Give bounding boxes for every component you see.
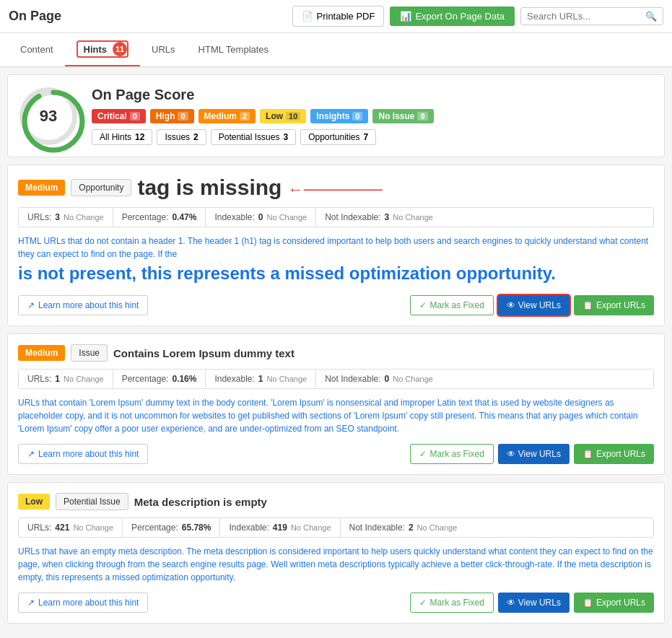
filter-all-hints[interactable]: All Hints 12 <box>92 129 152 145</box>
filter-potential-issues[interactable]: Potential Issues 3 <box>211 129 296 145</box>
type-badge-2: Potential Issue <box>56 493 128 510</box>
export-urls-icon: 📋 <box>582 449 593 459</box>
hint-card-1: Medium Issue Contains Lorem Ipsum dummy … <box>7 333 665 475</box>
hint-right-actions-2: ✓ Mark as Fixed 👁 View URLs 📋 Export URL… <box>410 593 654 613</box>
hints-container: Medium Opportunity tag is missing ←─────… <box>0 165 672 624</box>
external-link-icon: ↗ <box>27 449 35 459</box>
tab-content[interactable]: Content <box>9 33 65 66</box>
hint-title-1: Contains Lorem Ipsum dummy text <box>113 347 294 359</box>
hints-badge: 11 <box>113 42 127 56</box>
mark-fixed-button-2[interactable]: ✓ Mark as Fixed <box>410 593 493 613</box>
eye-icon: 👁 <box>507 449 515 459</box>
hint-stat-1-2: Indexable: 1 No Change <box>206 370 316 388</box>
hint-right-actions-0: ✓ Mark as Fixed 👁 View URLs 📋 Export URL… <box>410 295 654 315</box>
badge-low: Low 10 <box>260 109 306 123</box>
hint-stats-2: URLs: 421 No Change Percentage: 65.78% I… <box>18 517 654 538</box>
tab-hints[interactable]: Hints 11 <box>65 33 141 66</box>
hint-actions-2: ↗ Learn more about this hint ✓ Mark as F… <box>18 593 654 613</box>
hint-stat-2-0: URLs: 421 No Change <box>19 518 123 537</box>
learn-more-button-0[interactable]: ↗ Learn more about this hint <box>18 295 148 315</box>
printable-pdf-button[interactable]: 📄 Printable PDF <box>292 6 385 27</box>
hint-stats-1: URLs: 1 No Change Percentage: 0.16% Inde… <box>18 369 654 389</box>
tab-urls[interactable]: URLs <box>140 33 187 66</box>
hint-card-0: Medium Opportunity tag is missing ←─────… <box>7 165 665 326</box>
export-urls-icon: 📋 <box>582 598 593 608</box>
type-badge-0: Opportunity <box>71 179 131 196</box>
search-icon: 🔍 <box>645 11 657 22</box>
hint-stat-1-0: URLs: 1 No Change <box>19 370 113 388</box>
checkmark-icon: ✓ <box>419 300 427 310</box>
hint-description-1: URLs that contain 'Lorem Ipsum' dummy te… <box>18 396 654 435</box>
pdf-icon: 📄 <box>302 11 313 22</box>
export-icon: 📊 <box>400 11 411 22</box>
score-details: On Page Score Critical 0 High 0 Medium 2… <box>92 87 434 145</box>
learn-more-button-2[interactable]: ↗ Learn more about this hint <box>18 593 148 613</box>
hint-title-2: Meta description is empty <box>134 496 267 508</box>
badge-critical: Critical 0 <box>92 109 146 123</box>
hint-stat-2-3: Not Indexable: 2 No Change <box>341 518 466 537</box>
hint-actions-0: ↗ Learn more about this hint ✓ Mark as F… <box>18 295 654 315</box>
mark-fixed-button-0[interactable]: ✓ Mark as Fixed <box>410 295 493 315</box>
hint-title-0: tag is missing ←─────── <box>137 175 383 200</box>
badge-insights: Insights 0 <box>310 109 368 123</box>
hint-card-2: Low Potential Issue Meta description is … <box>7 482 665 624</box>
score-badges: Critical 0 High 0 Medium 2 Low 10 Insigh… <box>92 109 434 123</box>
hint-stat-2-1: Percentage: 65.78% <box>123 518 220 537</box>
hint-header-2: Low Potential Issue Meta description is … <box>18 493 654 510</box>
filter-opportunities[interactable]: Opportunities 7 <box>300 129 376 145</box>
mark-fixed-button-1[interactable]: ✓ Mark as Fixed <box>410 444 493 464</box>
hint-stat-1-3: Not Indexable: 0 No Change <box>316 370 442 388</box>
view-urls-button-0[interactable]: 👁 View URLs <box>498 295 570 315</box>
svg-point-1 <box>25 92 82 150</box>
severity-badge-0: Medium <box>18 180 65 196</box>
score-card-top: 93 On Page Score Critical 0 High 0 Mediu… <box>19 87 653 145</box>
export-urls-icon: 📋 <box>582 300 593 310</box>
hint-stat-0-2: Indexable: 0 No Change <box>206 208 316 227</box>
search-input[interactable] <box>527 11 642 22</box>
red-arrow-icon: ←─────── <box>288 180 383 198</box>
hint-actions-1: ↗ Learn more about this hint ✓ Mark as F… <box>18 444 654 464</box>
top-bar: On Page 📄 Printable PDF 📊 Export On Page… <box>0 0 672 33</box>
checkmark-icon: ✓ <box>419 449 427 459</box>
score-circle-svg <box>19 87 87 155</box>
tab-html-templates[interactable]: HTML Templates <box>187 33 281 66</box>
type-badge-1: Issue <box>71 344 108 362</box>
hints-tab-wrapper: Hints 11 <box>77 40 129 58</box>
hint-stat-1-1: Percentage: 0.16% <box>113 370 206 388</box>
search-box: 🔍 <box>520 7 663 25</box>
view-urls-button-2[interactable]: 👁 View URLs <box>498 593 570 613</box>
external-link-icon: ↗ <box>27 598 35 608</box>
eye-icon: 👁 <box>507 598 515 608</box>
checkmark-icon: ✓ <box>419 598 427 608</box>
hint-stat-2-2: Indexable: 419 No Change <box>220 518 340 537</box>
score-title: On Page Score <box>92 87 434 103</box>
badge-noissue: No Issue 9 <box>372 109 433 123</box>
hint-right-actions-1: ✓ Mark as Fixed 👁 View URLs 📋 Export URL… <box>410 444 654 464</box>
hint-description-0: HTML URLs that do not contain a header 1… <box>18 235 654 287</box>
export-urls-button-2[interactable]: 📋 Export URLs <box>574 593 654 613</box>
hint-stat-0-0: URLs: 3 No Change <box>19 208 113 227</box>
page-title: On Page <box>9 9 287 24</box>
hint-description-2: URLs that have an empty meta description… <box>18 545 654 584</box>
badge-medium: Medium 2 <box>198 109 256 123</box>
score-circle: 93 <box>19 87 77 145</box>
external-link-icon: ↗ <box>27 300 35 310</box>
view-urls-button-1[interactable]: 👁 View URLs <box>498 444 570 464</box>
learn-more-button-1[interactable]: ↗ Learn more about this hint <box>18 444 148 464</box>
filter-issues[interactable]: Issues 2 <box>157 129 206 145</box>
eye-icon: 👁 <box>507 300 515 310</box>
hint-header-1: Medium Issue Contains Lorem Ipsum dummy … <box>18 344 654 362</box>
hint-stats-0: URLs: 3 No Change Percentage: 0.47% Inde… <box>18 207 654 227</box>
severity-badge-2: Low <box>18 494 50 510</box>
score-card: 93 On Page Score Critical 0 High 0 Mediu… <box>7 74 665 157</box>
export-urls-button-1[interactable]: 📋 Export URLs <box>574 444 654 464</box>
badge-high: High 0 <box>150 109 194 123</box>
hint-stat-0-3: Not Indexable: 3 No Change <box>316 208 442 227</box>
hint-stat-0-1: Percentage: 0.47% <box>113 208 206 227</box>
tabs-bar: Content Hints 11 URLs HTML Templates <box>0 33 672 67</box>
export-on-page-button[interactable]: 📊 Export On Page Data <box>390 6 515 26</box>
severity-badge-1: Medium <box>18 345 65 361</box>
score-filters: All Hints 12 Issues 2 Potential Issues 3… <box>92 129 434 145</box>
hint-header-0: Medium Opportunity tag is missing ←─────… <box>18 175 654 200</box>
export-urls-button-0[interactable]: 📋 Export URLs <box>574 295 654 315</box>
